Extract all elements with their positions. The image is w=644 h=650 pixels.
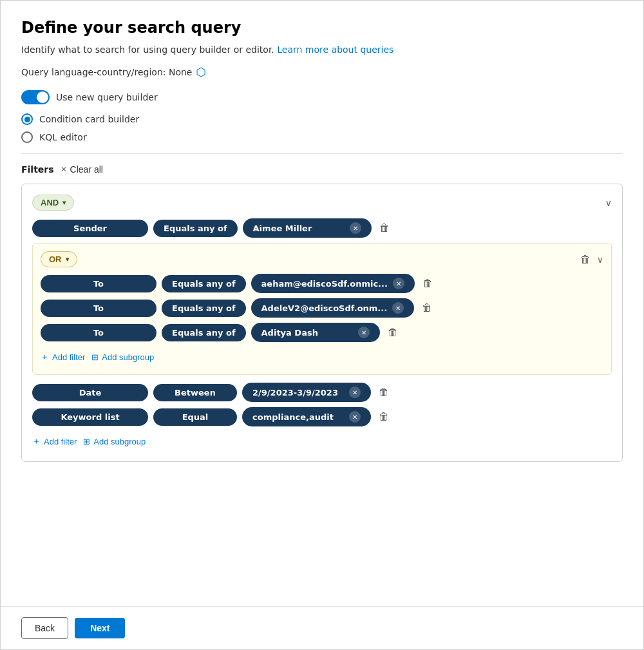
condition-builder: AND ▾ ∨ Sender Equals any of Aimee Mille…: [21, 184, 623, 462]
and-operator-label: AND: [41, 198, 59, 207]
date-clear-button[interactable]: ✕: [349, 387, 361, 398]
date-value-chip[interactable]: 2/9/2023-3/9/2023 ✕: [242, 383, 371, 402]
to-2-operator-chip[interactable]: Equals any of: [162, 300, 246, 317]
subgroup-add-subgroup-label: Add subgroup: [102, 352, 154, 362]
main-group-header: AND ▾ ∨: [32, 195, 612, 211]
keyword-value-chip[interactable]: compliance,audit ✕: [242, 407, 371, 426]
kql-editor-radio-row[interactable]: KQL editor: [21, 131, 623, 143]
learn-more-link[interactable]: Learn more about queries: [277, 44, 393, 55]
to-2-value-chip[interactable]: AdeleV2@ediscoSdf.onm... ✕: [251, 298, 415, 318]
main-add-actions: ＋ Add filter ⊞ Add subgroup: [32, 432, 612, 451]
to-1-value-chip[interactable]: aeham@ediscoSdf.onmic... ✕: [251, 274, 415, 293]
page-title: Define your search query: [21, 19, 623, 37]
main-add-subgroup-button[interactable]: ⊞ Add subgroup: [78, 433, 151, 450]
main-add-subgroup-label: Add subgroup: [93, 437, 146, 446]
plus-icon-main: ＋: [32, 435, 41, 447]
sender-filter-row: Sender Equals any of Aimee Miller ✕ 🗑: [32, 218, 612, 238]
or-operator-label: OR: [49, 254, 62, 264]
footer: Back Next: [1, 606, 643, 649]
keyword-field-chip[interactable]: Keyword list: [32, 408, 148, 426]
to-3-value-chip[interactable]: Aditya Dash ✕: [251, 323, 380, 342]
toggle-label: Use new query builder: [56, 92, 158, 102]
to-1-delete-button[interactable]: 🗑: [420, 276, 435, 291]
back-button[interactable]: Back: [21, 617, 68, 639]
to-2-delete-button[interactable]: 🗑: [419, 301, 435, 315]
date-filter-row: Date Between 2/9/2023-3/9/2023 ✕ 🗑: [32, 383, 612, 402]
to-1-operator-chip[interactable]: Equals any of: [162, 275, 246, 292]
clear-all-button[interactable]: ✕ Clear all: [61, 164, 103, 175]
sender-operator-chip[interactable]: Equals any of: [153, 220, 238, 237]
to-filter-row-3: To Equals any of Aditya Dash ✕ 🗑: [41, 323, 603, 342]
translate-icon: ⬡: [196, 65, 206, 79]
subgroup-add-filter-button[interactable]: ＋ Add filter: [41, 347, 85, 367]
filters-row: Filters ✕ Clear all: [21, 164, 623, 175]
subgroup-icon-sub: ⊞: [91, 352, 99, 362]
and-chevron-icon: ▾: [62, 199, 66, 206]
to-1-clear-button[interactable]: ✕: [393, 278, 404, 289]
condition-card-radio[interactable]: [21, 113, 33, 125]
kql-editor-label: KQL editor: [39, 132, 87, 142]
subgroup-add-filter-label: Add filter: [52, 352, 85, 362]
main-group-collapse-icon[interactable]: ∨: [605, 198, 612, 208]
clear-all-x-icon: ✕: [61, 165, 67, 174]
date-delete-button[interactable]: 🗑: [376, 385, 392, 399]
to-3-delete-button[interactable]: 🗑: [385, 325, 401, 339]
subgroup-delete-button[interactable]: 🗑: [578, 253, 593, 267]
main-add-filter-label: Add filter: [44, 437, 77, 446]
kql-editor-radio[interactable]: [21, 131, 33, 143]
main-add-filter-button[interactable]: ＋ Add filter: [32, 432, 77, 451]
keyword-operator-chip[interactable]: Equal: [153, 408, 237, 426]
keyword-filter-row: Keyword list Equal compliance,audit ✕ 🗑: [32, 407, 612, 426]
subgroup-add-subgroup-button[interactable]: ⊞ Add subgroup: [86, 349, 159, 366]
condition-card-radio-row[interactable]: Condition card builder: [21, 113, 623, 125]
to-3-operator-chip[interactable]: Equals any of: [162, 324, 246, 341]
query-builder-toggle-row: Use new query builder: [21, 90, 623, 104]
or-operator-button[interactable]: OR ▾: [41, 251, 77, 267]
to-3-clear-button[interactable]: ✕: [358, 327, 370, 338]
to-2-clear-button[interactable]: ✕: [392, 302, 404, 314]
sender-clear-button[interactable]: ✕: [350, 222, 361, 234]
to-filter-row-2: To Equals any of AdeleV2@ediscoSdf.onm..…: [41, 298, 603, 318]
query-builder-toggle[interactable]: [21, 90, 50, 104]
subgroup-collapse-icon[interactable]: ∨: [597, 254, 603, 265]
date-operator-chip[interactable]: Between: [153, 384, 237, 401]
to-filter-row-1: To Equals any of aeham@ediscoSdf.onmic..…: [41, 274, 603, 293]
date-field-chip[interactable]: Date: [32, 384, 148, 401]
or-subgroup: OR ▾ 🗑 ∨ To Equals any of aeham@ediscoSd…: [32, 243, 612, 375]
sender-field-chip[interactable]: Sender: [32, 220, 148, 237]
subgroup-icon-main: ⊞: [83, 437, 90, 446]
sender-value-chip[interactable]: Aimee Miller ✕: [243, 218, 372, 238]
next-button[interactable]: Next: [75, 618, 125, 638]
or-chevron-icon: ▾: [66, 256, 69, 263]
plus-icon-sub: ＋: [41, 351, 49, 363]
subgroup-header: OR ▾ 🗑 ∨: [41, 251, 603, 267]
to-2-field-chip[interactable]: To: [41, 300, 156, 317]
clear-all-label: Clear all: [70, 164, 103, 175]
query-language-row: Query language-country/region: None ⬡: [21, 65, 623, 79]
keyword-delete-button[interactable]: 🗑: [376, 410, 392, 424]
sender-delete-button[interactable]: 🗑: [377, 221, 392, 235]
to-3-field-chip[interactable]: To: [41, 324, 156, 341]
keyword-clear-button[interactable]: ✕: [349, 411, 361, 423]
divider: [21, 153, 623, 154]
subgroup-add-actions: ＋ Add filter ⊞ Add subgroup: [41, 347, 603, 367]
page-description: Identify what to search for using query …: [21, 44, 623, 55]
condition-card-label: Condition card builder: [39, 114, 139, 124]
to-1-field-chip[interactable]: To: [41, 275, 156, 292]
and-operator-button[interactable]: AND ▾: [32, 195, 74, 211]
filters-label: Filters: [21, 164, 54, 175]
subgroup-actions: 🗑 ∨: [578, 253, 603, 267]
